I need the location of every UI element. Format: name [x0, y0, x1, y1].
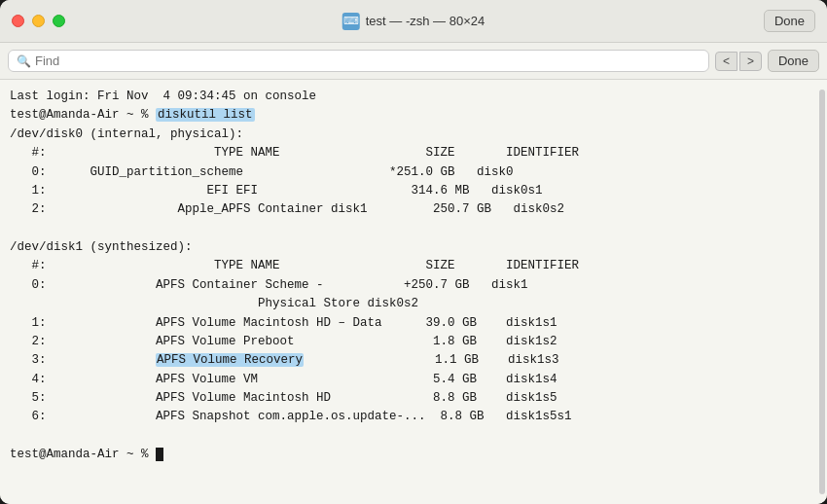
- close-button[interactable]: [12, 15, 24, 27]
- line-8: /dev/disk1 (synthesized):: [10, 238, 817, 257]
- nav-back-button[interactable]: <: [715, 52, 737, 71]
- nav-forward-button[interactable]: >: [739, 52, 762, 71]
- scrollbar[interactable]: [819, 90, 825, 494]
- line-11: Physical Store disk0s2: [10, 295, 817, 313]
- maximize-button[interactable]: [53, 15, 65, 27]
- recovery-highlight: APFS Volume Recovery: [156, 353, 304, 367]
- nav-buttons: < >: [715, 52, 762, 71]
- search-wrapper[interactable]: 🔍: [8, 50, 709, 72]
- line-14: 3: APFS Volume Recovery 1.1 GB disk1s3: [10, 351, 817, 370]
- line-15: 4: APFS Volume VM 5.4 GB disk1s4: [10, 371, 817, 389]
- titlebar: ⌨ test — -zsh — 80×24 Done: [0, 0, 827, 43]
- line-6: 1: EFI EFI 314.6 MB disk0s1: [10, 182, 817, 200]
- minimize-button[interactable]: [32, 15, 45, 27]
- prompt-line: test@Amanda-Air ~ %: [10, 446, 817, 464]
- line-17: 6: APFS Snapshot com.apple.os.update-...…: [10, 408, 817, 426]
- line-4: #: TYPE NAME SIZE IDENTIFIER: [10, 144, 817, 162]
- titlebar-center: ⌨ test — -zsh — 80×24: [342, 13, 485, 30]
- line-12: 1: APFS Volume Macintosh HD – Data 39.0 …: [10, 314, 817, 333]
- line-10: 0: APFS Container Scheme - +250.7 GB dis…: [10, 276, 817, 295]
- line-2: test@Amanda-Air ~ % diskutil list: [10, 106, 817, 125]
- done-button[interactable]: Done: [764, 10, 815, 32]
- search-input[interactable]: [35, 54, 701, 68]
- terminal-body: Last login: Fri Nov 4 09:34:45 on consol…: [0, 80, 827, 504]
- line-9: #: TYPE NAME SIZE IDENTIFIER: [10, 257, 817, 275]
- line-1: Last login: Fri Nov 4 09:34:45 on consol…: [10, 88, 817, 106]
- searchbar: 🔍 < > Done: [0, 43, 827, 80]
- line-7: 2: Apple_APFS Container disk1 250.7 GB d…: [10, 200, 817, 219]
- window-title: test — -zsh — 80×24: [366, 14, 485, 28]
- terminal-icon: ⌨: [342, 13, 360, 30]
- line-16: 5: APFS Volume Macintosh HD 8.8 GB disk1…: [10, 389, 817, 408]
- cursor: [156, 448, 163, 461]
- line-5: 0: GUID_partition_scheme *251.0 GB disk0: [10, 163, 817, 182]
- line-blank-1: [10, 220, 817, 238]
- line-13: 2: APFS Volume Preboot 1.8 GB disk1s2: [10, 333, 817, 351]
- line-blank-2: [10, 427, 817, 446]
- line-3: /dev/disk0 (internal, physical):: [10, 126, 817, 144]
- command-highlight: diskutil list: [156, 108, 255, 122]
- search-icon: 🔍: [17, 54, 31, 68]
- terminal-window: ⌨ test — -zsh — 80×24 Done 🔍 < > Done La…: [0, 0, 827, 504]
- traffic-lights: [12, 15, 65, 27]
- physical-text: Physical: [258, 297, 316, 310]
- titlebar-right: Done: [764, 10, 815, 32]
- search-done-button[interactable]: Done: [768, 50, 819, 72]
